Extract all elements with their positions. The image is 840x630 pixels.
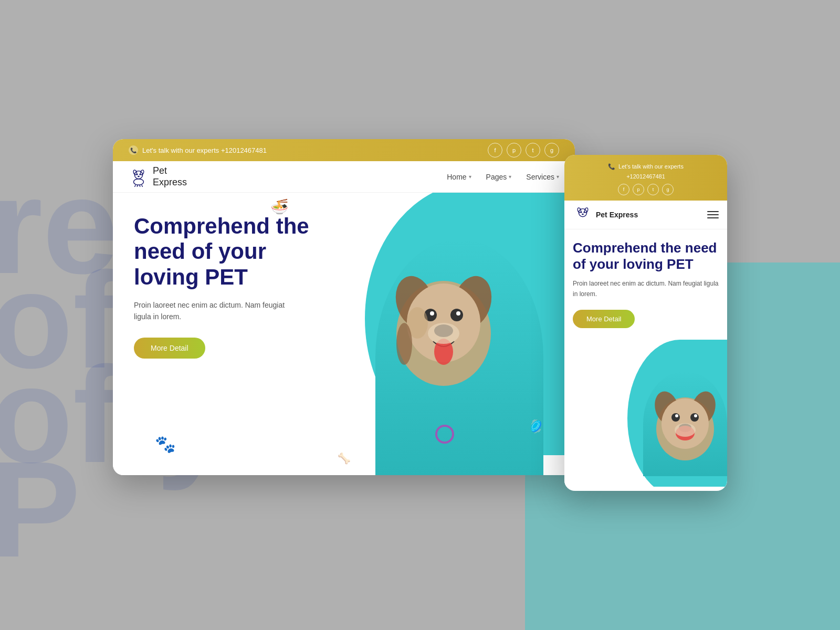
- services-chevron-icon: ▾: [556, 174, 559, 180]
- mobile-social-icon-instagram[interactable]: g: [662, 184, 674, 195]
- svg-point-29: [581, 212, 582, 213]
- desktop-social-icons: f p t g: [488, 143, 559, 158]
- desktop-topbar-phone-text: Let's talk with our experts +12012467481: [142, 146, 267, 154]
- desktop-nav-links: Home ▾ Pages ▾ Services ▾: [447, 173, 559, 181]
- logo-line1: Pet: [153, 165, 187, 177]
- home-chevron-icon: ▾: [469, 174, 471, 180]
- mobile-logo-line1: Pet: [596, 211, 607, 219]
- svg-point-11: [138, 175, 140, 177]
- mobile-phone-line1: Let's talk with our experts: [618, 162, 684, 171]
- desktop-hero-content: Comprehend the need of your loving PET P…: [113, 193, 575, 380]
- mobile-phone-line2: +12012467481: [626, 172, 665, 181]
- mobile-logo-text: Pet Express: [596, 211, 638, 219]
- svg-point-31: [582, 214, 584, 215]
- mobile-logo-dog-icon: [573, 205, 593, 225]
- social-icon-twitter[interactable]: t: [526, 143, 540, 158]
- nav-item-home[interactable]: Home ▾: [447, 173, 471, 181]
- nav-link-services[interactable]: Services ▾: [526, 173, 559, 181]
- desktop-more-detail-button[interactable]: More Detail: [134, 338, 205, 359]
- mobile-more-detail-button[interactable]: More Detail: [573, 310, 635, 328]
- mobile-hero-content: Comprehend the need of your loving PET P…: [564, 229, 727, 339]
- desktop-hero: 🍜 🐾 🦴 🥏 Comprehend the need of your lovi…: [113, 193, 575, 475]
- desktop-topbar-phone: 📞 Let's talk with our experts +120124674…: [129, 145, 267, 155]
- bowl-icon: 🍜: [270, 198, 289, 215]
- desktop-hero-title: Comprehend the need of your loving PET: [134, 214, 333, 290]
- mobile-social-icon-pinterest[interactable]: p: [633, 184, 644, 195]
- svg-point-9: [136, 173, 138, 175]
- svg-point-39: [694, 414, 697, 417]
- pages-chevron-icon: ▾: [509, 174, 511, 180]
- mobile-hero-description: Proin laoreet nec enim ac dictum. Nam fe…: [573, 279, 719, 299]
- mobile-mockup: 📞 Let's talk with our experts +120124674…: [564, 155, 727, 491]
- mockups-container: 📞 Let's talk with our experts +120124674…: [113, 139, 727, 491]
- hamburger-line-1: [707, 211, 719, 212]
- desktop-logo-text: Pet Express: [153, 165, 187, 188]
- bg-text-line-4: P: [0, 441, 80, 578]
- svg-point-30: [583, 212, 585, 213]
- mobile-logo: Pet Express: [573, 205, 638, 225]
- social-icon-pinterest[interactable]: p: [507, 143, 521, 158]
- circle-decoration: [435, 425, 454, 444]
- svg-point-42: [675, 423, 696, 437]
- social-icon-instagram[interactable]: g: [544, 143, 559, 158]
- nav-item-services[interactable]: Services ▾: [526, 173, 559, 181]
- svg-point-38: [675, 414, 678, 417]
- hamburger-line-3: [707, 217, 719, 218]
- mobile-phone-icon: 📞: [608, 162, 615, 171]
- logo-dog-icon: [129, 167, 149, 187]
- mobile-hero-dog: [633, 371, 727, 487]
- bone-icon: 🦴: [338, 452, 351, 465]
- svg-line-7: [140, 185, 140, 187]
- mobile-hero: Comprehend the need of your loving PET P…: [564, 229, 727, 487]
- mobile-top-bar: 📞 Let's talk with our experts +120124674…: [564, 155, 727, 201]
- mobile-topbar-phone: 📞 Let's talk with our experts +120124674…: [573, 162, 719, 181]
- desktop-logo: Pet Express: [129, 165, 187, 188]
- nav-link-pages[interactable]: Pages ▾: [486, 173, 512, 181]
- desktop-mockup: 📞 Let's talk with our experts +120124674…: [113, 139, 575, 475]
- svg-line-6: [137, 185, 138, 187]
- phone-icon: 📞: [129, 145, 138, 155]
- mobile-social-icon-facebook[interactable]: f: [618, 184, 629, 195]
- mobile-phone-row: 📞 Let's talk with our experts: [608, 162, 684, 171]
- hamburger-menu-button[interactable]: [707, 211, 719, 218]
- mobile-dog-image: [643, 371, 727, 476]
- mobile-hero-title: Comprehend the need of your loving PET: [573, 240, 719, 272]
- mobile-nav: Pet Express: [564, 201, 727, 229]
- svg-point-36: [671, 413, 680, 422]
- hamburger-line-2: [707, 214, 719, 215]
- mobile-social-icon-twitter[interactable]: t: [647, 184, 659, 195]
- social-icon-facebook[interactable]: f: [488, 143, 502, 158]
- nav-link-services-label: Services: [526, 173, 554, 181]
- desktop-hero-description: Proin laoreet nec enim ac dictum. Nam fe…: [134, 299, 302, 323]
- paw-icon: 🐾: [155, 434, 176, 454]
- mobile-dog-svg: [643, 371, 727, 466]
- mobile-logo-line2: Express: [610, 211, 638, 219]
- mobile-social-icons: f p t g: [573, 184, 719, 195]
- svg-point-10: [139, 173, 141, 175]
- nav-link-home-label: Home: [447, 173, 466, 181]
- logo-line2: Express: [153, 177, 187, 188]
- svg-point-37: [690, 413, 699, 422]
- nav-link-home[interactable]: Home ▾: [447, 173, 471, 181]
- nav-item-pages[interactable]: Pages ▾: [486, 173, 512, 181]
- nav-link-pages-label: Pages: [486, 173, 507, 181]
- desktop-nav: Pet Express Home ▾ Pages ▾: [113, 161, 575, 193]
- desktop-top-bar: 📞 Let's talk with our experts +120124674…: [113, 139, 575, 161]
